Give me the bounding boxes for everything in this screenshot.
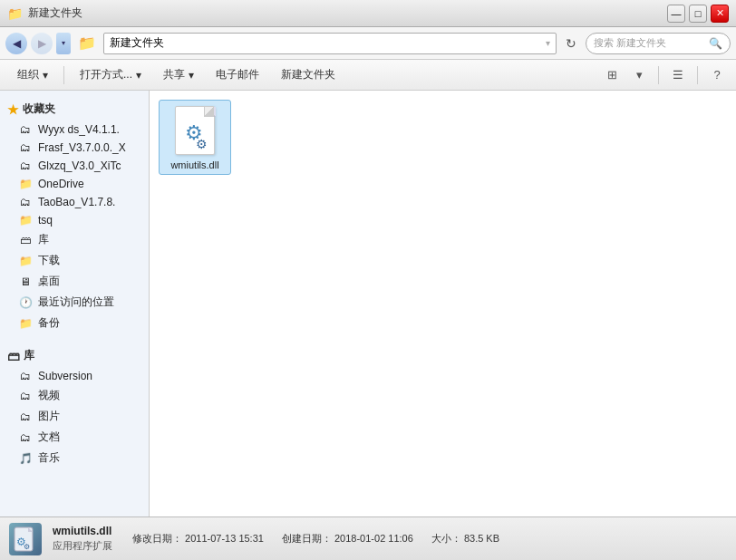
toolbar-divider-2 (658, 66, 659, 84)
favorites-header-label: 收藏夹 (23, 101, 55, 117)
address-path[interactable]: 新建文件夹 ▾ (103, 33, 557, 54)
music-label: 音乐 (38, 450, 60, 466)
help-button[interactable]: ? (705, 63, 729, 87)
status-modified-date: 2011-07-13 15:31 (185, 533, 264, 544)
recent-label: 最近访问的位置 (38, 294, 114, 310)
status-created-label: 创建日期： (282, 533, 332, 544)
sidebar: ★ 收藏夹 🗂 Wyyx ds_V4.1.1. 🗂 Frasf_V3.7.0.0… (0, 91, 150, 517)
view-dropdown-button[interactable]: ▾ (627, 63, 651, 87)
open-label: 打开方式... (80, 67, 132, 82)
music-icon: 🎵 (18, 452, 33, 465)
sidebar-item-onedrive[interactable]: 📁 OneDrive (0, 175, 149, 193)
open-chevron-icon: ▾ (136, 69, 141, 82)
star-icon: ★ (7, 102, 19, 117)
new-folder-button[interactable]: 新建文件夹 (271, 63, 345, 88)
frasf-icon: 🗂 (18, 141, 33, 154)
status-bar: ⚙ ⚙ wmiutils.dll 应用程序扩展 修改日期： 2011-07-13… (0, 517, 736, 560)
sidebar-item-taobao[interactable]: 🗂 TaoBao_V1.7.8. (0, 193, 149, 211)
svg-text:⚙: ⚙ (196, 137, 208, 151)
main-area: ★ 收藏夹 🗂 Wyyx ds_V4.1.1. 🗂 Frasf_V3.7.0.0… (0, 91, 736, 517)
sidebar-item-wyyx[interactable]: 🗂 Wyyx ds_V4.1.1. (0, 121, 149, 139)
forward-button[interactable]: ▶ (31, 33, 53, 54)
download-label: 下载 (38, 253, 60, 268)
sidebar-item-video[interactable]: 🗂 视频 (0, 385, 149, 406)
wyyx-label: Wyyx ds_V4.1.1. (38, 123, 120, 136)
ku-icon: 🗃 (18, 234, 33, 246)
sidebar-item-subversion[interactable]: 🗂 Subversion (0, 367, 149, 385)
file-grid: ⚙ ⚙ wmiutils.dll (159, 100, 727, 175)
library-section-header[interactable]: 🗃 库 (0, 344, 149, 367)
video-label: 视频 (38, 388, 60, 403)
status-filename: wmiutils.dll (53, 525, 112, 537)
favorites-section-header[interactable]: ★ 收藏夹 (0, 98, 149, 121)
pictures-label: 图片 (38, 409, 60, 424)
sidebar-item-desktop[interactable]: 🖥 桌面 (0, 271, 149, 292)
maximize-button[interactable]: □ (689, 5, 707, 23)
search-icon: 🔍 (709, 37, 722, 50)
sidebar-item-glxzq[interactable]: 🗂 Glxzq_V3.0_XiTc (0, 157, 149, 175)
organize-chevron-icon: ▾ (43, 69, 48, 82)
status-modified-label: 修改日期： (132, 533, 182, 544)
toolbar: 组织 ▾ 打开方式... ▾ 共享 ▾ 电子邮件 新建文件夹 ⊞ ▾ ☰ ? (0, 60, 736, 91)
share-chevron-icon: ▾ (189, 69, 194, 82)
title-bar-left: 📁 新建文件夹 (7, 5, 82, 21)
sidebar-item-download[interactable]: 📁 下载 (0, 250, 149, 271)
status-type: 应用程序扩展 (53, 539, 112, 553)
view-details-button[interactable]: ☰ (666, 63, 690, 87)
ku-label: 库 (38, 232, 49, 247)
status-size: 大小： 83.5 KB (431, 532, 499, 546)
status-created-date: 2018-01-02 11:06 (334, 533, 413, 544)
sidebar-item-recent[interactable]: 🕐 最近访问的位置 (0, 292, 149, 313)
email-button[interactable]: 电子邮件 (206, 63, 269, 88)
sidebar-item-frasf[interactable]: 🗂 Frasf_V3.7.0.0._X (0, 139, 149, 157)
documents-label: 文档 (38, 430, 60, 445)
tsq-icon: 📁 (18, 214, 33, 227)
organize-button[interactable]: 组织 ▾ (7, 63, 58, 88)
toolbar-divider-3 (697, 66, 698, 84)
view-options-button[interactable]: ⊞ (600, 63, 624, 87)
sidebar-item-music[interactable]: 🎵 音乐 (0, 448, 149, 468)
backup-icon: 📁 (18, 317, 33, 330)
glxzq-label: Glxzq_V3.0_XiTc (38, 159, 121, 172)
taobao-icon: 🗂 (18, 196, 33, 208)
library-header-label: 库 (24, 348, 34, 363)
back-button[interactable]: ◀ (5, 33, 27, 54)
sidebar-item-tsq[interactable]: 📁 tsq (0, 211, 149, 229)
frasf-label: Frasf_V3.7.0.0._X (38, 141, 126, 154)
status-created: 创建日期： 2018-01-02 11:06 (282, 532, 413, 546)
folder-icon-address: 📁 (78, 34, 96, 52)
glxzq-icon: 🗂 (18, 159, 33, 172)
sidebar-item-ku[interactable]: 🗃 库 (0, 229, 149, 250)
dll-icon-svg: ⚙ ⚙ (176, 107, 216, 156)
sidebar-item-backup[interactable]: 📁 备份 (0, 313, 149, 333)
open-button[interactable]: 打开方式... ▾ (70, 63, 151, 88)
backup-label: 备份 (38, 315, 60, 331)
file-item-wmiutils[interactable]: ⚙ ⚙ wmiutils.dll (159, 100, 231, 175)
minimize-button[interactable]: — (667, 5, 685, 23)
desktop-icon: 🖥 (18, 275, 33, 288)
status-size-label: 大小： (431, 533, 461, 544)
dll-page: ⚙ ⚙ (175, 106, 215, 155)
onedrive-icon: 📁 (18, 178, 33, 190)
status-icon-svg: ⚙ ⚙ (12, 526, 39, 553)
search-placeholder: 搜索 新建文件夹 (594, 36, 705, 50)
documents-icon: 🗂 (18, 431, 33, 444)
library-icon: 🗃 (7, 349, 20, 363)
share-button[interactable]: 共享 ▾ (153, 63, 204, 88)
refresh-button[interactable]: ↻ (560, 33, 582, 54)
sidebar-item-pictures[interactable]: 🗂 图片 (0, 406, 149, 427)
address-bar: ◀ ▶ ▾ 📁 新建文件夹 ▾ ↻ 搜索 新建文件夹 🔍 (0, 27, 736, 60)
sidebar-item-documents[interactable]: 🗂 文档 (0, 427, 149, 448)
subversion-icon: 🗂 (18, 370, 33, 382)
close-button[interactable]: ✕ (711, 5, 729, 23)
address-path-text: 新建文件夹 (110, 35, 164, 51)
new-folder-label: 新建文件夹 (281, 67, 335, 82)
status-size-value: 83.5 KB (464, 533, 499, 544)
search-box[interactable]: 搜索 新建文件夹 🔍 (586, 33, 731, 54)
recent-icon: 🕐 (18, 296, 33, 309)
title-bar-controls: — □ ✕ (667, 5, 729, 23)
taobao-label: TaoBao_V1.7.8. (38, 196, 115, 208)
nav-dropdown-button[interactable]: ▾ (56, 33, 71, 54)
onedrive-label: OneDrive (38, 178, 84, 190)
toolbar-divider-1 (63, 66, 64, 84)
